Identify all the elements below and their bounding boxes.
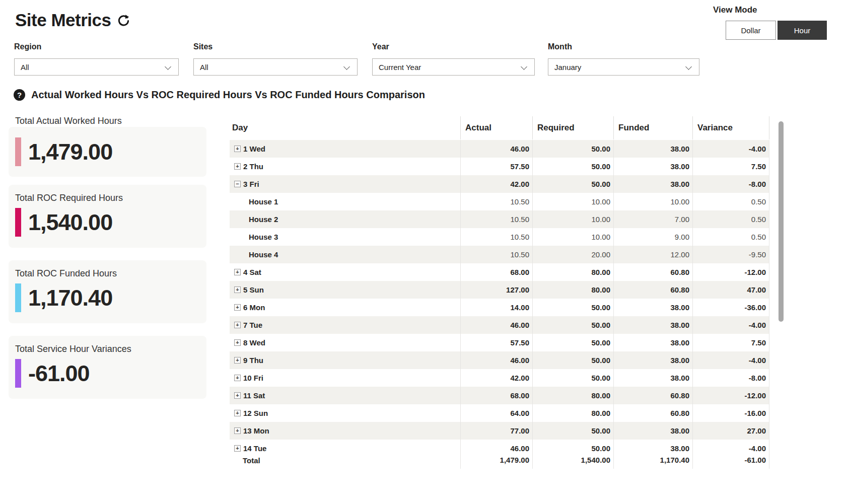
cell-actual: 57.50 [460, 158, 532, 175]
column-header-variance[interactable]: Variance [692, 116, 769, 139]
expand-icon[interactable]: + [234, 445, 241, 452]
table-row[interactable]: −3 Fri42.0050.0038.00-8.00 [230, 175, 769, 193]
refresh-icon[interactable] [117, 14, 130, 28]
filter-year-dropdown[interactable]: Current Year [372, 58, 535, 76]
cell-funded: 38.00 [613, 334, 692, 351]
table-row[interactable]: +4 Sat68.0080.0060.80-12.00 [230, 263, 769, 281]
cell-funded: 60.80 [613, 404, 692, 422]
table-row[interactable]: +12 Sun64.0080.0060.80-16.00 [230, 404, 769, 422]
kpi-roc-funded-value: 1,170.40 [28, 285, 112, 311]
cell-variance: -4.00 [692, 140, 769, 158]
expand-icon[interactable]: + [234, 286, 241, 293]
table-subrow[interactable]: House 110.5010.0010.000.50 [230, 193, 769, 210]
table-row[interactable]: +11 Sat68.0080.0060.80-12.00 [230, 387, 769, 404]
view-mode-hour-button[interactable]: Hour [778, 21, 827, 40]
filter-sites: Sites All [193, 42, 358, 76]
cell-variance: -12.00 [692, 387, 769, 404]
table-row[interactable]: +6 Mon14.0050.0038.00-36.00 [230, 299, 769, 316]
expand-icon[interactable]: + [234, 427, 241, 434]
cell-variance: 7.50 [692, 334, 769, 351]
kpi-roc-required-card: Total ROC Required Hours 1,540.00 [9, 185, 206, 248]
table-row[interactable]: +9 Thu46.0050.0038.00-4.00 [230, 351, 769, 369]
chevron-down-icon [165, 63, 171, 70]
page-title: Site Metrics [15, 10, 130, 30]
table-subrow[interactable]: House 310.5010.009.000.50 [230, 228, 769, 246]
view-mode-dollar-button[interactable]: Dollar [726, 21, 776, 40]
filter-month: Month January [548, 42, 699, 76]
cell-variance: -4.00 [692, 316, 769, 334]
cell-funded: 38.00 [613, 369, 692, 387]
expand-icon[interactable]: + [234, 304, 241, 311]
section-title: Actual Worked Hours Vs ROC Required Hour… [31, 89, 425, 101]
cell-day: +14 Tue [230, 440, 460, 452]
kpi-service-variance-value: -61.00 [28, 361, 90, 387]
cell-required: 50.00 [532, 440, 613, 452]
cell-funded: 38.00 [613, 299, 692, 316]
expand-icon[interactable]: + [234, 375, 241, 381]
row-label: House 3 [249, 233, 278, 241]
cell-actual: 42.00 [460, 175, 532, 193]
cell-funded: 10.00 [613, 193, 692, 210]
expand-icon[interactable]: + [234, 146, 241, 152]
row-label: 13 Mon [243, 426, 269, 435]
cell-variance: -4.00 [692, 440, 769, 452]
help-icon[interactable]: ? [14, 89, 25, 101]
table-row[interactable]: +10 Fri42.0050.0038.00-8.00 [230, 369, 769, 387]
cell-funded: 60.80 [613, 387, 692, 404]
cell-actual: 64.00 [460, 404, 532, 422]
expand-icon[interactable]: + [234, 392, 241, 399]
cell-required: 80.00 [532, 404, 613, 422]
row-label: 14 Tue [243, 444, 266, 452]
table-subrow[interactable]: House 410.5020.0012.00-9.50 [230, 246, 769, 263]
cell-variance: -8.00 [692, 175, 769, 193]
expand-icon[interactable]: + [234, 269, 241, 275]
cell-day: −3 Fri [230, 175, 460, 193]
row-label: 7 Tue [243, 321, 262, 329]
table-subrow[interactable]: House 210.5010.007.000.50 [230, 210, 769, 228]
filter-year: Year Current Year [372, 42, 535, 76]
cell-variance: 0.50 [692, 193, 769, 210]
expand-icon[interactable]: + [234, 163, 241, 170]
table-row[interactable]: +5 Sun127.0080.0060.8047.00 [230, 281, 769, 299]
column-header-actual[interactable]: Actual [460, 116, 532, 139]
scrollbar-thumb[interactable] [779, 121, 784, 322]
row-label: House 4 [249, 250, 278, 259]
expand-icon[interactable]: + [234, 410, 241, 416]
cell-day: +13 Mon [230, 422, 460, 440]
expand-icon[interactable]: + [234, 339, 241, 346]
expand-icon[interactable]: + [234, 357, 241, 364]
chevron-down-icon [343, 63, 350, 70]
total-label: Total [230, 452, 460, 469]
table-row[interactable]: +8 Wed57.5050.0038.007.50 [230, 334, 769, 351]
cell-required: 50.00 [532, 140, 613, 158]
filter-sites-label: Sites [193, 42, 358, 51]
column-header-day[interactable]: Day [230, 116, 460, 139]
cell-actual: 14.00 [460, 299, 532, 316]
expand-icon[interactable]: + [234, 322, 241, 328]
kpi-actual-worked-card: 1,479.00 [9, 127, 206, 177]
filter-sites-dropdown[interactable]: All [193, 58, 358, 76]
table-row[interactable]: +13 Mon77.0050.0038.0027.00 [230, 422, 769, 440]
row-label: 3 Fri [243, 180, 259, 188]
cell-day: +7 Tue [230, 316, 460, 334]
table-row[interactable]: +14 Tue46.0050.0038.00-4.00 [230, 440, 769, 452]
table-row[interactable]: +2 Thu57.5050.0038.007.50 [230, 158, 769, 175]
column-header-funded[interactable]: Funded [613, 116, 692, 139]
filter-month-label: Month [548, 42, 699, 51]
cell-variance: -36.00 [692, 299, 769, 316]
cell-required: 20.00 [532, 246, 613, 263]
cell-required: 50.00 [532, 158, 613, 175]
row-label: 6 Mon [243, 303, 265, 312]
kpi-accent-bar [15, 137, 21, 166]
table-row[interactable]: +7 Tue46.0050.0038.00-4.00 [230, 316, 769, 334]
filter-region-dropdown[interactable]: All [14, 58, 179, 76]
collapse-icon[interactable]: − [234, 181, 241, 187]
page-title-text: Site Metrics [15, 10, 111, 30]
filter-month-dropdown[interactable]: January [548, 58, 699, 76]
table-scrollbar[interactable] [779, 116, 784, 469]
cell-day: +1 Wed [230, 140, 460, 158]
table-row[interactable]: +1 Wed46.0050.0038.00-4.00 [230, 140, 769, 158]
cell-actual: 10.50 [460, 210, 532, 228]
chevron-down-icon [521, 63, 527, 70]
column-header-required[interactable]: Required [532, 116, 613, 139]
